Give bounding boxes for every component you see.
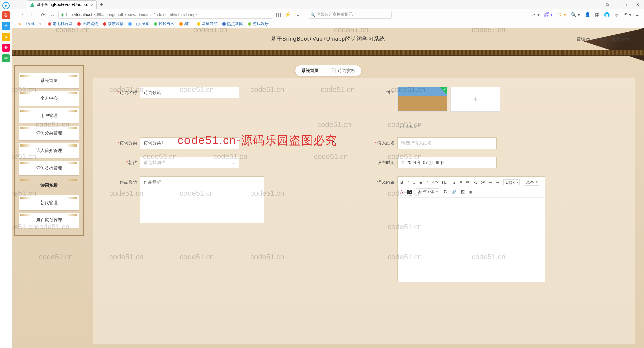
qr-icon[interactable] bbox=[276, 13, 281, 17]
favorites-icon[interactable]: ★ bbox=[18, 22, 22, 26]
bookmark-item[interactable]: 老毛桃官网 bbox=[48, 21, 73, 27]
menu-icon[interactable]: ≡ bbox=[636, 12, 639, 17]
bookmark-item[interactable]: 热点新闻 bbox=[222, 21, 243, 27]
pip-icon[interactable]: ⧉ bbox=[605, 2, 610, 7]
restore-icon[interactable]: ↶ ▾ bbox=[624, 12, 631, 17]
category-select[interactable]: 诗词分类1⌄ bbox=[140, 137, 239, 149]
fonttype-select[interactable]: 文本 bbox=[524, 179, 539, 186]
back-button[interactable]: 〈 bbox=[18, 11, 25, 18]
rte-body[interactable] bbox=[398, 198, 545, 282]
sidebar-item-poet[interactable]: 诗人简介管理 bbox=[19, 143, 79, 158]
launcher-app1-icon[interactable]: ✚ bbox=[2, 22, 10, 30]
poet-select[interactable]: 请选择诗人姓名⌄ bbox=[397, 137, 497, 149]
apps-icon[interactable]: ▦ bbox=[595, 12, 599, 17]
sidebar-item-users[interactable]: 用户管理 bbox=[19, 108, 79, 123]
url-rest: :8080/springbootb7obw/admin/dist/index.h… bbox=[92, 12, 198, 17]
h2-button[interactable]: H₂ bbox=[451, 180, 455, 185]
bookmark-item[interactable]: 天猫购物 bbox=[77, 21, 98, 27]
new-tab-button[interactable]: + bbox=[100, 2, 103, 8]
bookmark-item[interactable]: 京东购物 bbox=[103, 21, 124, 27]
browser-tab[interactable]: 基于SringBoot+Vue+Uniapp… × bbox=[27, 0, 97, 9]
fontfamily-select[interactable]: 标准字体 bbox=[416, 188, 439, 195]
pubtime-input[interactable]: 🗓 2024 年 07 月 09 日 bbox=[397, 157, 497, 168]
scissors-icon[interactable]: ✂︎ ▾ bbox=[532, 12, 540, 17]
bold-button[interactable]: B bbox=[400, 180, 404, 185]
tab-home[interactable]: 系统首页 bbox=[295, 68, 325, 74]
minimize-button[interactable]: — bbox=[615, 2, 620, 7]
launcher-login-icon[interactable]: 登 bbox=[2, 11, 10, 19]
url-dropdown-icon[interactable]: ⌄ bbox=[294, 11, 301, 18]
ul-button[interactable]: •≡ bbox=[466, 180, 469, 185]
poet-label: *诗人姓名 bbox=[364, 137, 397, 146]
appreciation-textarea[interactable] bbox=[140, 176, 264, 223]
sub-button[interactable]: x₂ bbox=[474, 180, 477, 185]
reload-button[interactable]: ⟳ bbox=[40, 11, 46, 18]
sidebar-item-appreciation[interactable]: 诗词赏析 bbox=[19, 178, 79, 193]
strike-button[interactable]: S bbox=[420, 180, 422, 185]
sidebar-item-original[interactable]: 用户原创管理 bbox=[19, 213, 79, 228]
bookmark-item[interactable]: 网址导航 bbox=[197, 21, 218, 27]
sidebar-item-home[interactable]: 系统首页 bbox=[19, 73, 79, 88]
quote-button[interactable]: ❝ bbox=[426, 180, 428, 185]
url-bar[interactable]: ◉ http://localhost:8080/springbootb7obw/… bbox=[58, 11, 273, 19]
security-icon[interactable]: 🛡 ▾ bbox=[557, 12, 566, 17]
name-input[interactable]: 诗词歌赋 bbox=[140, 87, 239, 98]
home-button[interactable]: ⌂ bbox=[50, 11, 55, 18]
globe-icon[interactable]: 🌐 bbox=[604, 12, 610, 17]
launcher-star-icon[interactable]: ★ bbox=[2, 33, 10, 41]
bookmark-item[interactable]: 游戏娱乐 bbox=[248, 21, 269, 27]
search-input[interactable]: 🔍 名媛碎尸案押后提讯 bbox=[308, 11, 392, 19]
translate-icon[interactable]: 譯 ▾ bbox=[544, 12, 553, 18]
category-label: *诗词分类 bbox=[106, 137, 140, 146]
form-card: *诗词名称 诗词歌赋 封面 + 点击上传封面 *诗词分类 诗词分类1⌄ bbox=[93, 78, 635, 345]
dynasty-select[interactable]: 请选择朝代⌄ bbox=[140, 157, 239, 168]
fontsize-select[interactable]: 14px bbox=[503, 179, 520, 185]
user-icon[interactable]: 👤 bbox=[585, 12, 590, 17]
dynasty-label: *朝代 bbox=[106, 157, 140, 166]
app-title: 基于SringBoot+Vue+Uniapp的诗词学习系统 bbox=[271, 36, 385, 43]
launcher-add-icon[interactable]: + bbox=[4, 42, 8, 49]
indent-button[interactable]: ⇥ bbox=[496, 180, 499, 185]
link-button[interactable]: 🔗 bbox=[451, 190, 457, 194]
bookmark-item[interactable]: 百度搜索 bbox=[128, 21, 149, 27]
tab-current[interactable]: ×诗词赏析 bbox=[325, 68, 361, 74]
tab-close-icon[interactable]: × bbox=[91, 2, 94, 7]
bookmark-item[interactable]: 淘宝 bbox=[179, 21, 192, 27]
clear-button[interactable]: Tₓ bbox=[443, 190, 447, 194]
image-button[interactable]: 🖼 bbox=[461, 190, 465, 194]
upload-button[interactable]: + bbox=[450, 87, 500, 112]
chevron-down-icon: ⌄ bbox=[232, 160, 235, 165]
sidebar-item-category[interactable]: 诗词分类管理 bbox=[19, 126, 79, 140]
zoom-icon[interactable]: 🔍 ▾ bbox=[571, 12, 580, 17]
sidebar-item-dynasty[interactable]: 朝代管理 bbox=[19, 195, 79, 210]
video-button[interactable]: ▣ bbox=[469, 190, 472, 194]
favorites-label[interactable]: 收藏 bbox=[26, 21, 35, 27]
browser-launcher: ➤ 登 ✚ ★ 👁 ✉ + ☰ bbox=[0, 9, 12, 62]
code-button[interactable]: </> bbox=[432, 180, 438, 185]
tab-close-icon[interactable]: × bbox=[331, 68, 336, 73]
cover-thumbnail[interactable] bbox=[397, 87, 447, 112]
color-button[interactable]: A bbox=[400, 190, 403, 194]
ol-button[interactable]: ≡ bbox=[459, 180, 462, 185]
outdent-button[interactable]: ⇤ bbox=[489, 180, 492, 185]
underline-button[interactable]: U bbox=[413, 180, 416, 185]
bolt-icon[interactable]: ⚡ bbox=[284, 11, 291, 18]
bookmark-item[interactable]: 轻松办公 bbox=[154, 21, 175, 27]
sidebar-item-profile[interactable]: 个人中心 bbox=[19, 91, 79, 106]
sun-icon[interactable]: ☼ bbox=[614, 12, 619, 17]
sup-button[interactable]: x² bbox=[481, 180, 485, 185]
bgcolor-button[interactable]: A bbox=[407, 190, 412, 194]
sidebar-item-appreciation-mgmt[interactable]: 诗词赏析管理 bbox=[19, 161, 79, 175]
logout-link[interactable]: 退出登录 bbox=[612, 36, 631, 42]
pubtime-label: 发布时间 bbox=[364, 157, 397, 166]
maximize-button[interactable]: □ bbox=[625, 2, 630, 7]
forward-button[interactable]: 〉 bbox=[29, 11, 36, 18]
app-header: 基于SringBoot+Vue+Uniapp的诗词学习系统 管理员 admin … bbox=[12, 28, 644, 50]
search-placeholder: 名媛碎尸案押后提讯 bbox=[317, 12, 353, 17]
italic-button[interactable]: I bbox=[408, 180, 409, 185]
close-button[interactable]: ✕ bbox=[635, 2, 640, 7]
h1-button[interactable]: H₁ bbox=[442, 180, 447, 185]
compass-icon[interactable]: ➤ bbox=[2, 2, 10, 9]
launcher-menu-icon[interactable]: ☰ bbox=[4, 53, 8, 58]
chevron-down-icon: ⌄ bbox=[490, 141, 493, 146]
